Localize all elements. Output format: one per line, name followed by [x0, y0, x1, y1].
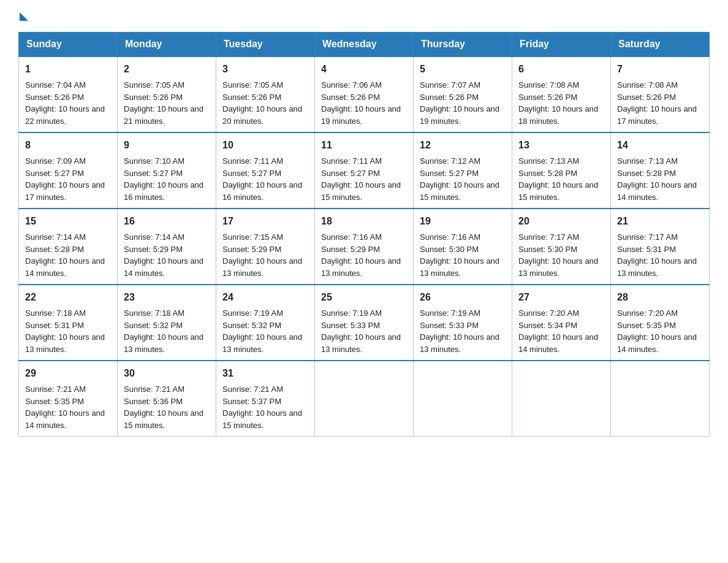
sunset-text: Sunset: 5:32 PM	[222, 321, 281, 330]
sunrise-text: Sunrise: 7:21 AM	[222, 385, 283, 394]
calendar-cell: 1Sunrise: 7:04 AMSunset: 5:26 PMDaylight…	[19, 56, 118, 132]
day-number: 12	[420, 138, 506, 153]
sunset-text: Sunset: 5:28 PM	[25, 245, 84, 254]
sunset-text: Sunset: 5:34 PM	[518, 321, 577, 330]
sunset-text: Sunset: 5:29 PM	[321, 245, 380, 254]
logo-triangle-icon	[20, 12, 28, 21]
calendar-cell: 19Sunrise: 7:16 AMSunset: 5:30 PMDayligh…	[414, 209, 512, 285]
daylight-text: Daylight: 10 hours and 19 minutes.	[420, 104, 499, 126]
sunrise-text: Sunrise: 7:10 AM	[124, 156, 184, 166]
day-number: 21	[617, 214, 703, 229]
calendar-cell	[414, 361, 512, 437]
col-header-monday: Monday	[118, 33, 216, 57]
sunset-text: Sunset: 5:35 PM	[617, 321, 676, 330]
daylight-text: Daylight: 10 hours and 13 minutes.	[25, 332, 105, 354]
sunrise-text: Sunrise: 7:05 AM	[124, 80, 184, 90]
col-header-saturday: Saturday	[611, 33, 710, 57]
col-header-wednesday: Wednesday	[315, 33, 414, 57]
calendar-cell: 6Sunrise: 7:08 AMSunset: 5:26 PMDaylight…	[512, 56, 611, 132]
daylight-text: Daylight: 10 hours and 15 minutes.	[222, 408, 302, 430]
day-number: 18	[321, 214, 407, 229]
col-header-tuesday: Tuesday	[216, 33, 315, 57]
sunrise-text: Sunrise: 7:08 AM	[518, 80, 579, 90]
daylight-text: Daylight: 10 hours and 21 minutes.	[124, 104, 203, 126]
day-number: 25	[321, 290, 407, 305]
sunset-text: Sunset: 5:36 PM	[124, 397, 183, 406]
sunrise-text: Sunrise: 7:13 AM	[518, 156, 579, 166]
calendar-cell: 27Sunrise: 7:20 AMSunset: 5:34 PMDayligh…	[512, 285, 611, 361]
sunrise-text: Sunrise: 7:11 AM	[222, 156, 283, 166]
daylight-text: Daylight: 10 hours and 14 minutes.	[25, 408, 105, 430]
sunset-text: Sunset: 5:26 PM	[222, 93, 281, 102]
daylight-text: Daylight: 10 hours and 13 minutes.	[222, 256, 302, 278]
day-number: 6	[518, 62, 604, 77]
day-number: 7	[617, 62, 703, 77]
calendar-cell: 30Sunrise: 7:21 AMSunset: 5:36 PMDayligh…	[118, 361, 216, 437]
day-number: 19	[420, 214, 506, 229]
sunset-text: Sunset: 5:30 PM	[518, 245, 577, 254]
sunset-text: Sunset: 5:27 PM	[124, 169, 183, 178]
sunrise-text: Sunrise: 7:12 AM	[420, 156, 480, 166]
calendar-header-row: SundayMondayTuesdayWednesdayThursdayFrid…	[19, 33, 710, 57]
sunset-text: Sunset: 5:28 PM	[518, 169, 577, 178]
sunrise-text: Sunrise: 7:21 AM	[25, 385, 86, 394]
sunrise-text: Sunrise: 7:19 AM	[222, 308, 283, 318]
sunrise-text: Sunrise: 7:16 AM	[321, 232, 382, 242]
sunset-text: Sunset: 5:27 PM	[25, 169, 84, 178]
daylight-text: Daylight: 10 hours and 13 minutes.	[222, 332, 302, 354]
calendar-cell: 15Sunrise: 7:14 AMSunset: 5:28 PMDayligh…	[19, 209, 118, 285]
calendar-cell: 8Sunrise: 7:09 AMSunset: 5:27 PMDaylight…	[19, 132, 118, 209]
day-number: 3	[222, 62, 308, 77]
calendar-cell: 14Sunrise: 7:13 AMSunset: 5:28 PMDayligh…	[611, 132, 710, 209]
daylight-text: Daylight: 10 hours and 22 minutes.	[25, 104, 105, 126]
calendar-cell: 9Sunrise: 7:10 AMSunset: 5:27 PMDaylight…	[118, 132, 216, 209]
daylight-text: Daylight: 10 hours and 13 minutes.	[518, 256, 598, 278]
sunset-text: Sunset: 5:26 PM	[420, 93, 479, 102]
day-number: 8	[25, 138, 111, 153]
daylight-text: Daylight: 10 hours and 14 minutes.	[124, 256, 203, 278]
day-number: 10	[222, 138, 308, 153]
day-number: 17	[222, 214, 308, 229]
calendar-cell: 22Sunrise: 7:18 AMSunset: 5:31 PMDayligh…	[19, 285, 118, 361]
sunset-text: Sunset: 5:26 PM	[617, 93, 676, 102]
calendar-cell: 10Sunrise: 7:11 AMSunset: 5:27 PMDayligh…	[216, 132, 315, 209]
col-header-thursday: Thursday	[414, 33, 512, 57]
daylight-text: Daylight: 10 hours and 13 minutes.	[420, 332, 499, 354]
day-number: 23	[124, 290, 210, 305]
day-number: 28	[617, 290, 703, 305]
calendar-cell: 11Sunrise: 7:11 AMSunset: 5:27 PMDayligh…	[315, 132, 414, 209]
sunrise-text: Sunrise: 7:18 AM	[25, 308, 86, 318]
daylight-text: Daylight: 10 hours and 16 minutes.	[222, 180, 302, 202]
calendar-cell: 31Sunrise: 7:21 AMSunset: 5:37 PMDayligh…	[216, 361, 315, 437]
day-number: 24	[222, 290, 308, 305]
sunrise-text: Sunrise: 7:18 AM	[124, 308, 184, 318]
day-number: 11	[321, 138, 407, 153]
sunrise-text: Sunrise: 7:21 AM	[124, 385, 184, 394]
logo	[18, 12, 28, 20]
calendar-cell	[315, 361, 414, 437]
day-number: 1	[25, 62, 111, 77]
daylight-text: Daylight: 10 hours and 13 minutes.	[617, 256, 697, 278]
sunrise-text: Sunrise: 7:17 AM	[518, 232, 579, 242]
sunrise-text: Sunrise: 7:20 AM	[617, 308, 678, 318]
calendar-cell: 21Sunrise: 7:17 AMSunset: 5:31 PMDayligh…	[611, 209, 710, 285]
calendar-cell: 25Sunrise: 7:19 AMSunset: 5:33 PMDayligh…	[315, 285, 414, 361]
day-number: 30	[124, 366, 210, 381]
day-number: 2	[124, 62, 210, 77]
sunrise-text: Sunrise: 7:05 AM	[222, 80, 283, 90]
daylight-text: Daylight: 10 hours and 14 minutes.	[518, 332, 598, 354]
calendar-cell: 7Sunrise: 7:08 AMSunset: 5:26 PMDaylight…	[611, 56, 710, 132]
daylight-text: Daylight: 10 hours and 17 minutes.	[617, 104, 697, 126]
sunrise-text: Sunrise: 7:14 AM	[124, 232, 184, 242]
sunrise-text: Sunrise: 7:07 AM	[420, 80, 480, 90]
sunset-text: Sunset: 5:26 PM	[321, 93, 380, 102]
sunrise-text: Sunrise: 7:20 AM	[518, 308, 579, 318]
sunset-text: Sunset: 5:27 PM	[321, 169, 380, 178]
calendar-cell	[611, 361, 710, 437]
sunrise-text: Sunrise: 7:13 AM	[617, 156, 678, 166]
sunset-text: Sunset: 5:30 PM	[420, 245, 479, 254]
day-number: 29	[25, 366, 111, 381]
col-header-friday: Friday	[512, 33, 611, 57]
week-row-3: 15Sunrise: 7:14 AMSunset: 5:28 PMDayligh…	[19, 209, 710, 285]
calendar-cell: 29Sunrise: 7:21 AMSunset: 5:35 PMDayligh…	[19, 361, 118, 437]
